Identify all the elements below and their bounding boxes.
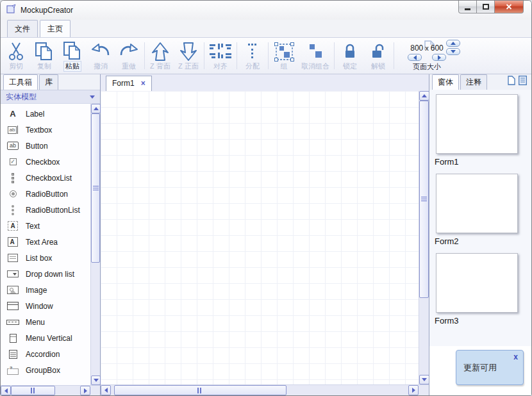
width-decrease-button[interactable] bbox=[408, 54, 422, 61]
unlock-button[interactable]: 解锁 bbox=[364, 39, 392, 72]
new-form-icon[interactable] bbox=[508, 76, 515, 88]
notification-text: 更新可用 bbox=[463, 362, 497, 374]
form-list-item[interactable]: Form3 bbox=[435, 253, 526, 326]
distribute-button[interactable]: 分配 bbox=[238, 39, 267, 72]
category-dropdown[interactable]: 实体模型 bbox=[1, 90, 100, 104]
form-thumbnail[interactable] bbox=[436, 94, 518, 154]
scroll-track[interactable] bbox=[111, 385, 408, 395]
page-height-value[interactable]: 600 bbox=[431, 44, 444, 53]
ungroup-button[interactable]: 取消组合 bbox=[298, 39, 333, 72]
cut-button[interactable]: 剪切 bbox=[2, 39, 30, 72]
toolbox-item-menuvertical[interactable]: Menu Vertical bbox=[1, 330, 90, 346]
arrow-up-icon bbox=[422, 94, 427, 97]
page-width-value[interactable]: 800 bbox=[410, 44, 423, 53]
toolbox-list: A Label ab Textbox ab Button ✓ Checkbox bbox=[1, 104, 90, 385]
toolbox-vertical-scrollbar[interactable] bbox=[90, 104, 100, 385]
scroll-track[interactable] bbox=[11, 386, 80, 395]
notification-area: 更新可用 x bbox=[429, 346, 531, 395]
scroll-up-button[interactable] bbox=[91, 104, 101, 113]
scrollbar-corner bbox=[419, 385, 429, 395]
z-front-button[interactable]: Z 正面 bbox=[174, 39, 203, 72]
scroll-thumb[interactable] bbox=[91, 113, 100, 263]
scroll-up-button[interactable] bbox=[419, 91, 429, 101]
scroll-track[interactable] bbox=[91, 113, 100, 375]
window-icon bbox=[3, 300, 22, 313]
form-thumbnail[interactable] bbox=[436, 253, 518, 313]
lock-button[interactable]: 锁定 bbox=[336, 39, 364, 72]
notification-close-icon[interactable]: x bbox=[513, 353, 518, 361]
scroll-right-button[interactable] bbox=[408, 385, 419, 395]
toolbox-item-textarea[interactable]: A Text Area bbox=[1, 234, 90, 250]
toolbox-item-listbox[interactable]: List box bbox=[1, 250, 90, 266]
app-window: MockupCreator 文件 主页 剪切 bbox=[0, 0, 532, 396]
tab-forms[interactable]: 窗体 bbox=[432, 74, 459, 90]
spin-up-button[interactable] bbox=[446, 40, 460, 47]
redo-button[interactable]: 重做 bbox=[115, 39, 143, 72]
toolbox-item-accordion[interactable]: Accordion bbox=[1, 346, 90, 362]
scroll-track[interactable] bbox=[419, 101, 429, 375]
scroll-thumb[interactable] bbox=[11, 386, 55, 395]
toolbox-item-checkbox[interactable]: ✓ Checkbox bbox=[1, 154, 90, 170]
scroll-thumb[interactable] bbox=[419, 101, 429, 298]
tab-library[interactable]: 库 bbox=[39, 74, 58, 90]
scroll-down-button[interactable] bbox=[91, 375, 101, 385]
toolbox-item-text[interactable]: A Text bbox=[1, 218, 90, 234]
page-size-separator: x bbox=[425, 44, 429, 52]
tab-file[interactable]: 文件 bbox=[7, 20, 38, 37]
toolbox-item-window[interactable]: Window bbox=[1, 298, 90, 314]
height-increase-button[interactable] bbox=[432, 54, 446, 61]
tab-close-icon[interactable]: × bbox=[141, 79, 145, 87]
toolbox-item-textbox[interactable]: ab Textbox bbox=[1, 122, 90, 138]
toolbox-item-button[interactable]: ab Button bbox=[1, 138, 90, 154]
toolbox-item-groupbox[interactable]: a GroupBox bbox=[1, 362, 90, 378]
toolbox-item-radiobutton[interactable]: RadioButton bbox=[1, 186, 90, 202]
scroll-thumb[interactable] bbox=[114, 385, 287, 395]
document-tab-label: Form1 bbox=[112, 79, 135, 88]
design-canvas[interactable] bbox=[101, 91, 419, 384]
scroll-right-button[interactable] bbox=[80, 386, 90, 395]
scroll-left-button[interactable] bbox=[1, 386, 11, 395]
maximize-button[interactable] bbox=[476, 1, 495, 13]
copy-button[interactable]: 复制 bbox=[30, 39, 58, 72]
scroll-down-button[interactable] bbox=[419, 375, 429, 384]
undo-button[interactable]: 撤消 bbox=[87, 39, 115, 72]
list-view-icon[interactable] bbox=[519, 76, 527, 88]
form-thumbnail[interactable] bbox=[436, 174, 518, 233]
tab-comments[interactable]: 注释 bbox=[460, 74, 487, 90]
toolbox-item-label[interactable]: A Label bbox=[1, 106, 90, 122]
triangle-up-icon bbox=[451, 42, 456, 45]
form-list-item[interactable]: Form1 bbox=[435, 94, 526, 167]
copy-icon bbox=[35, 41, 54, 62]
group-icon bbox=[274, 41, 295, 62]
copy-label: 复制 bbox=[37, 62, 51, 71]
close-button[interactable] bbox=[494, 1, 524, 13]
paste-button[interactable]: 粘贴 bbox=[58, 39, 87, 72]
toolbox-item-radiobuttonlist[interactable]: RadioButtonList bbox=[1, 202, 90, 218]
scroll-left-button[interactable] bbox=[101, 385, 111, 395]
toolbox-item-menu[interactable]: Menu bbox=[1, 314, 90, 330]
group-button[interactable]: 组 bbox=[270, 39, 298, 72]
canvas-horizontal-scrollbar[interactable] bbox=[101, 384, 429, 395]
toolbox-item-dropdownlist[interactable]: Drop down list bbox=[1, 266, 90, 282]
ribbon-separator bbox=[204, 42, 204, 69]
minimize-button[interactable] bbox=[458, 1, 477, 13]
form-list-item[interactable]: Form2 bbox=[435, 174, 526, 246]
toolbox-item-image[interactable]: Image bbox=[1, 282, 90, 298]
align-button[interactable]: 对齐 bbox=[206, 39, 235, 72]
tab-toolbox[interactable]: 工具箱 bbox=[3, 74, 38, 90]
page-size-spinners bbox=[446, 40, 460, 55]
z-back-button[interactable]: Z 背面 bbox=[146, 39, 174, 72]
grip-icon bbox=[421, 197, 427, 202]
tab-home[interactable]: 主页 bbox=[40, 20, 71, 37]
unlock-icon bbox=[370, 41, 386, 62]
toolbox-horizontal-scrollbar[interactable] bbox=[1, 385, 100, 395]
update-notification[interactable]: 更新可用 x bbox=[456, 350, 524, 385]
close-icon bbox=[506, 4, 512, 10]
paste-label: 粘贴 bbox=[63, 61, 81, 72]
align-icon bbox=[209, 41, 232, 62]
title-bar[interactable]: MockupCreator bbox=[1, 1, 531, 20]
spin-down-button[interactable] bbox=[446, 48, 460, 55]
toolbox-item-checkboxlist[interactable]: CheckboxList bbox=[1, 170, 90, 186]
canvas-vertical-scrollbar[interactable] bbox=[419, 91, 429, 384]
document-tab-form1[interactable]: Form1 × bbox=[106, 76, 152, 91]
